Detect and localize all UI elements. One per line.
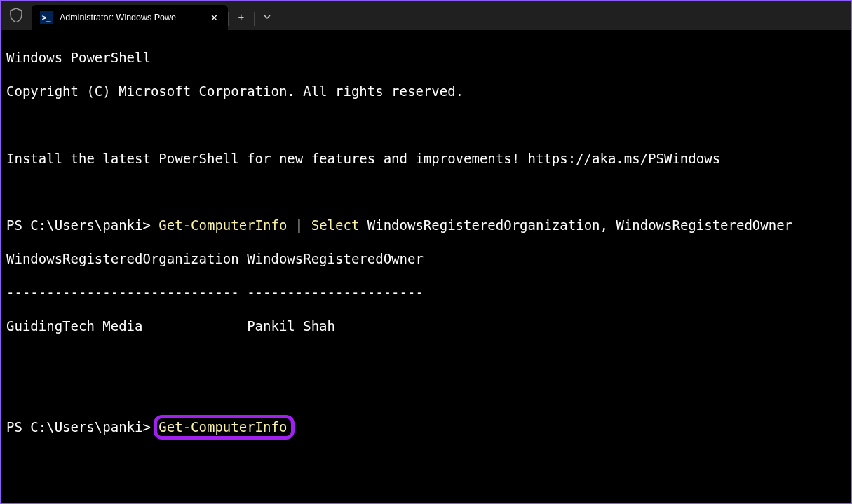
prompt: PS C:\Users\panki> <box>6 419 158 435</box>
command-line-2: PS C:\Users\panki> Get-ComputerInfo <box>6 419 846 436</box>
blank-line <box>6 386 846 402</box>
blank-line <box>6 452 846 469</box>
pipe: | <box>287 217 311 233</box>
banner-line: Copyright (C) Microsoft Corporation. All… <box>6 83 846 100</box>
blank-line <box>6 184 846 200</box>
blank-line <box>6 486 846 503</box>
table-divider: ----------------------------- ----------… <box>6 285 846 301</box>
shield-icon <box>9 8 23 23</box>
titlebar: >_ Administrator: Windows Powe ✕ + <box>1 1 851 30</box>
highlight-annotation: Get-ComputerInfo <box>154 415 295 440</box>
tab-active[interactable]: >_ Administrator: Windows Powe ✕ <box>32 5 228 30</box>
cmdlet: Select <box>311 217 360 233</box>
cmdlet: Get-ComputerInfo <box>158 419 287 435</box>
command-line-1: PS C:\Users\panki> Get-ComputerInfo | Se… <box>6 217 846 234</box>
table-row: GuidingTech Media Pankil Shah <box>6 318 846 335</box>
banner-line: Install the latest PowerShell for new fe… <box>6 151 846 168</box>
terminal-output[interactable]: Windows PowerShell Copyright (C) Microso… <box>1 30 851 504</box>
tab-title: Administrator: Windows Powe <box>60 13 201 22</box>
table-header: WindowsRegisteredOrganization WindowsReg… <box>6 251 846 268</box>
blank-line <box>6 352 846 369</box>
blank-line <box>6 117 846 134</box>
powershell-icon: >_ <box>40 11 53 24</box>
args: WindowsRegisteredOrganization, WindowsRe… <box>359 217 792 233</box>
new-tab-button[interactable]: + <box>229 4 254 29</box>
banner-line: Windows PowerShell <box>6 50 846 67</box>
tab-dropdown-button[interactable] <box>255 4 280 29</box>
cmdlet: Get-ComputerInfo <box>158 217 287 233</box>
close-icon[interactable]: ✕ <box>208 12 219 23</box>
prompt: PS C:\Users\panki> <box>6 217 158 233</box>
